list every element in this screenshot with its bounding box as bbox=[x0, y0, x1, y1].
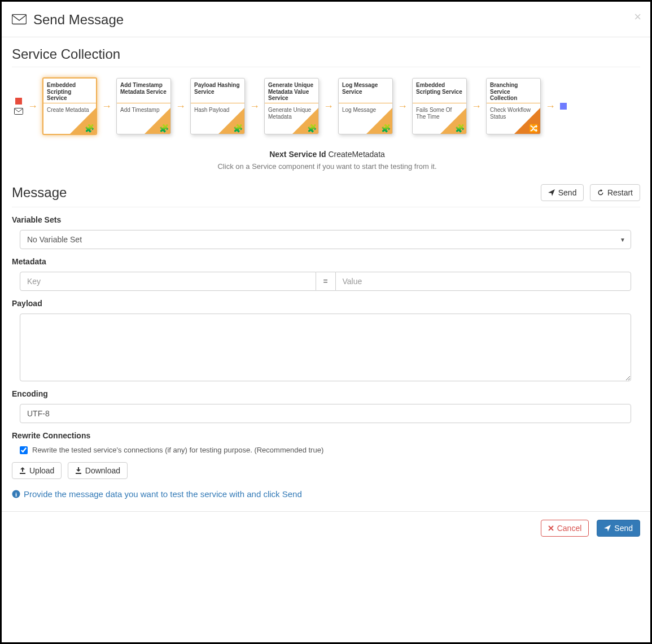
service-card-check-workflow-status[interactable]: Branching Service Collection Check Workf… bbox=[486, 78, 541, 134]
send-button-top[interactable]: Send bbox=[541, 184, 584, 201]
info-line: i Provide the message data you want to t… bbox=[12, 489, 640, 499]
branch-icon: 🔀 bbox=[529, 124, 539, 133]
service-card-add-timestamp[interactable]: Add Timestamp Metadata Service Add Times… bbox=[116, 78, 171, 134]
svg-rect-1 bbox=[15, 108, 23, 115]
variable-sets-select[interactable]: No Variable Set ▼ bbox=[20, 230, 631, 249]
card-type: Branching Service Collection bbox=[487, 79, 540, 103]
card-type: Log Message Service bbox=[339, 79, 392, 103]
workflow-end-icon bbox=[560, 103, 567, 110]
upload-icon bbox=[19, 467, 26, 474]
label-variable-sets: Variable Sets bbox=[12, 215, 640, 224]
paper-plane-icon bbox=[604, 525, 611, 532]
chevron-down-icon: ▼ bbox=[620, 237, 625, 243]
svg-rect-0 bbox=[12, 15, 27, 24]
modal-title-text: Send Message bbox=[33, 12, 124, 28]
mail-small-icon bbox=[14, 108, 23, 115]
arrow-icon: → bbox=[102, 101, 112, 112]
service-card-log-message[interactable]: Log Message Service Log Message🧩 bbox=[338, 78, 393, 134]
payload-textarea[interactable] bbox=[20, 314, 631, 381]
equals-label: = bbox=[316, 272, 335, 291]
card-type: Payload Hashing Service bbox=[191, 79, 244, 103]
section-message: Message bbox=[12, 185, 67, 201]
service-card-hash-payload[interactable]: Payload Hashing Service Hash Payload🧩 bbox=[190, 78, 245, 134]
workflow-start-icon bbox=[15, 98, 22, 105]
card-type: Generate Unique Metadata Value Service bbox=[265, 79, 318, 103]
download-button[interactable]: Download bbox=[68, 462, 128, 479]
close-button[interactable]: × bbox=[634, 10, 641, 24]
label-payload: Payload bbox=[12, 299, 640, 308]
card-type: Embedded Scripting Service bbox=[43, 79, 96, 103]
label-rewrite-connections: Rewrite Connections bbox=[12, 431, 640, 440]
metadata-value-input[interactable] bbox=[335, 272, 632, 291]
label-encoding: Encoding bbox=[12, 389, 640, 398]
upload-button[interactable]: Upload bbox=[12, 462, 62, 479]
svg-text:i: i bbox=[15, 491, 17, 498]
mail-icon bbox=[12, 14, 27, 25]
puzzle-icon: 🧩 bbox=[381, 124, 391, 133]
encoding-input[interactable] bbox=[20, 404, 631, 423]
restart-button[interactable]: Restart bbox=[590, 184, 640, 201]
workflow-hint: Click on a Service component if you want… bbox=[14, 162, 640, 171]
puzzle-icon: 🧩 bbox=[159, 124, 169, 133]
paper-plane-icon bbox=[548, 189, 555, 196]
refresh-icon bbox=[597, 189, 604, 196]
arrow-icon: → bbox=[323, 101, 334, 112]
service-card-generate-unique-metadata[interactable]: Generate Unique Metadata Value Service G… bbox=[264, 78, 319, 134]
download-icon bbox=[75, 467, 82, 474]
modal-title: Send Message bbox=[12, 12, 124, 28]
puzzle-icon: 🧩 bbox=[307, 124, 317, 133]
arrow-icon: → bbox=[176, 101, 186, 112]
label-metadata: Metadata bbox=[12, 257, 640, 266]
workflow-row: → Embedded Scripting Service Create Meta… bbox=[14, 75, 640, 145]
send-button[interactable]: Send bbox=[597, 520, 640, 537]
arrow-icon: → bbox=[545, 101, 555, 112]
section-service-collection: Service Collection bbox=[12, 46, 640, 67]
puzzle-icon: 🧩 bbox=[233, 124, 243, 133]
service-card-fails-some-of-the-time[interactable]: Embedded Scripting Service Fails Some Of… bbox=[412, 78, 467, 134]
arrow-icon: → bbox=[471, 101, 482, 112]
arrow-icon: → bbox=[250, 101, 260, 112]
card-type: Embedded Scripting Service bbox=[413, 79, 466, 103]
next-service-line: Next Service Id CreateMetadata bbox=[14, 150, 640, 159]
puzzle-icon: 🧩 bbox=[455, 124, 465, 133]
puzzle-icon: 🧩 bbox=[85, 124, 94, 133]
info-icon: i bbox=[12, 490, 20, 498]
arrow-icon: → bbox=[397, 101, 408, 112]
card-type: Add Timestamp Metadata Service bbox=[117, 79, 170, 103]
metadata-key-input[interactable] bbox=[20, 272, 316, 291]
rewrite-checkbox[interactable] bbox=[20, 446, 28, 454]
cancel-button[interactable]: Cancel bbox=[541, 520, 589, 537]
rewrite-desc: Rewrite the tested service's connections… bbox=[32, 446, 323, 454]
x-icon bbox=[548, 525, 554, 531]
service-card-create-metadata[interactable]: Embedded Scripting Service Create Metada… bbox=[42, 77, 97, 135]
arrow-icon: → bbox=[28, 101, 38, 112]
